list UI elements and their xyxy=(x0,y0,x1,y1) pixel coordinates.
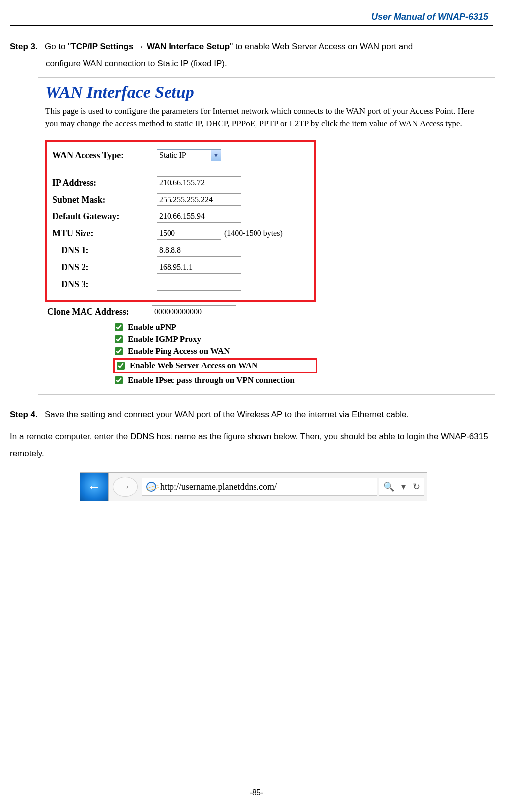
row-access-type: WAN Access Type: Static IP ▼ xyxy=(52,149,309,161)
url-field[interactable]: http://username.planetddns.com/ xyxy=(142,478,377,496)
row-igmp: Enable IGMP Proxy xyxy=(115,334,488,344)
step3: Step 3. Go to "TCP/IP Settings → WAN Int… xyxy=(10,38,493,72)
webserver-label: Enable Web Server Access on WAN xyxy=(130,361,257,371)
clone-input[interactable] xyxy=(152,305,236,318)
row-dns2: DNS 2: xyxy=(52,261,309,274)
mtu-input[interactable] xyxy=(157,227,221,240)
dns1-input[interactable] xyxy=(157,244,241,257)
label-mask: Subnet Mask: xyxy=(52,195,157,205)
step4-label: Step 4. xyxy=(10,410,38,419)
refresh-icon[interactable]: ↻ xyxy=(413,481,420,492)
step3-label: Step 3. xyxy=(10,42,38,51)
label-clone: Clone MAC Address: xyxy=(47,307,152,317)
ping-label: Enable Ping Access on WAN xyxy=(128,346,230,356)
igmp-label: Enable IGMP Proxy xyxy=(128,334,201,344)
forward-button[interactable]: → xyxy=(113,477,138,497)
label-access-type: WAN Access Type: xyxy=(52,150,157,161)
label-dns2: DNS 2: xyxy=(52,262,157,273)
row-dns1: DNS 1: xyxy=(52,244,309,257)
row-gw: Default Gateway: xyxy=(52,210,309,223)
dns2-input[interactable] xyxy=(157,261,241,274)
row-clone: Clone MAC Address: xyxy=(47,305,488,318)
body-text2: In a remote computer, enter the DDNS hos… xyxy=(10,428,493,462)
wan-access-value: Static IP xyxy=(157,150,211,161)
label-dns1: DNS 1: xyxy=(52,245,157,256)
ipsec-checkbox[interactable] xyxy=(115,376,123,384)
label-mtu: MTU Size: xyxy=(52,228,157,239)
step4-text: Save the setting and connect your WAN po… xyxy=(45,410,409,419)
gw-input[interactable] xyxy=(157,210,241,223)
ie-icon xyxy=(146,482,156,492)
row-ipsec: Enable IPsec pass through on VPN connect… xyxy=(115,375,488,385)
upnp-checkbox[interactable] xyxy=(115,323,123,331)
page-footer: -85- xyxy=(0,788,513,797)
mask-input[interactable] xyxy=(157,193,241,206)
row-dns3: DNS 3: xyxy=(52,278,309,291)
row-upnp: Enable uPNP xyxy=(115,322,488,332)
row-webserver-highlight: Enable Web Server Access on WAN xyxy=(113,358,317,373)
upnp-label: Enable uPNP xyxy=(128,322,176,332)
dns3-input[interactable] xyxy=(157,278,241,291)
arrow-left-icon: ← xyxy=(88,479,101,495)
search-icon[interactable]: 🔍 xyxy=(383,481,394,492)
back-button[interactable]: ← xyxy=(80,473,109,501)
igmp-checkbox[interactable] xyxy=(115,335,123,343)
step4: Step 4. Save the setting and connect you… xyxy=(10,406,493,423)
step3-post: " to enable Web Server Access on WAN por… xyxy=(230,42,413,51)
wan-panel: WAN Interface Setup This page is used to… xyxy=(38,77,495,395)
header-rule xyxy=(10,25,493,26)
ip-input[interactable] xyxy=(157,176,241,189)
address-bar-figure: ← → http://username.planetddns.com/ 🔍 ▾ … xyxy=(80,472,428,501)
row-ping: Enable Ping Access on WAN xyxy=(115,346,488,356)
webserver-checkbox[interactable] xyxy=(117,362,125,370)
label-dns3: DNS 3: xyxy=(52,279,157,290)
panel-desc: This page is used to configure the param… xyxy=(45,105,488,130)
label-ip: IP Address: xyxy=(52,178,157,188)
dropdown-icon[interactable]: ▾ xyxy=(401,481,406,492)
url-right-buttons: 🔍 ▾ ↻ xyxy=(379,478,424,496)
step3-line2: configure WAN connection to Static IP (f… xyxy=(46,55,493,72)
arrow-right-icon: → xyxy=(120,480,131,493)
mtu-hint: (1400-1500 bytes) xyxy=(224,229,283,238)
panel-hr xyxy=(45,134,488,134)
wan-access-select[interactable]: Static IP ▼ xyxy=(157,149,221,161)
settings-redbox: WAN Access Type: Static IP ▼ IP Address:… xyxy=(45,140,316,302)
step3-path: TCP/IP Settings → WAN Interface Setup xyxy=(71,42,230,51)
text-cursor xyxy=(278,481,278,492)
step3-pre: Go to " xyxy=(45,42,71,51)
after-redbox: Clone MAC Address: Enable uPNP Enable IG… xyxy=(45,305,488,385)
row-mask: Subnet Mask: xyxy=(52,193,309,206)
url-text: http://username.planetddns.com/ xyxy=(160,482,277,492)
row-mtu: MTU Size: (1400-1500 bytes) xyxy=(52,227,309,240)
page-header-title: User Manual of WNAP-6315 xyxy=(10,10,493,22)
label-gw: Default Gateway: xyxy=(52,211,157,222)
chevron-down-icon[interactable]: ▼ xyxy=(211,150,221,161)
ipsec-label: Enable IPsec pass through on VPN connect… xyxy=(128,375,295,385)
panel-title: WAN Interface Setup xyxy=(45,83,488,102)
row-ip: IP Address: xyxy=(52,176,309,189)
ping-checkbox[interactable] xyxy=(115,347,123,355)
